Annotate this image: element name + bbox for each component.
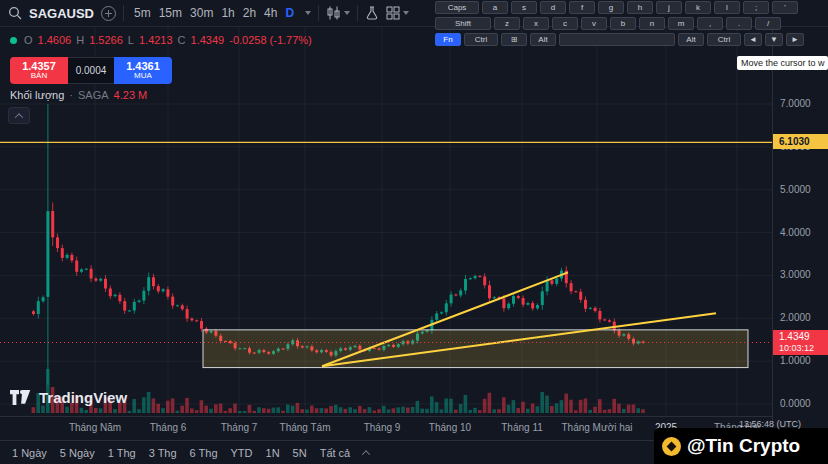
range-5n[interactable]: 5N bbox=[287, 445, 313, 461]
key-Alt: Alt bbox=[678, 33, 704, 46]
divider bbox=[318, 5, 319, 21]
channel-watermark: @Tin Crypto bbox=[654, 428, 828, 464]
key-.: . bbox=[726, 17, 752, 30]
trade-panel: 1.4357 BÁN 0.0004 1.4361 MUA bbox=[10, 57, 172, 84]
price-axis-label: 4.0000 bbox=[780, 227, 811, 238]
divider bbox=[357, 5, 358, 21]
key-m: m bbox=[668, 17, 694, 30]
key-n: n bbox=[639, 17, 665, 30]
range-1-thg[interactable]: 1 Thg bbox=[102, 445, 142, 461]
low-label: L bbox=[128, 34, 134, 46]
volume-label: Khối lượng bbox=[10, 89, 64, 101]
grid-icon bbox=[386, 6, 400, 20]
volume-value: 4.23 M bbox=[114, 89, 148, 101]
tradingview-app: SAGAUSD 5m15m30m1h2h4hD bbox=[0, 0, 828, 464]
bar-countdown: 10:03:12 bbox=[779, 343, 828, 354]
time-axis-label: Tháng 10 bbox=[429, 422, 471, 433]
beaker-icon bbox=[365, 6, 379, 20]
chevron-up-icon[interactable] bbox=[362, 450, 370, 458]
indicators-button[interactable] bbox=[365, 6, 379, 20]
low-value: 1.4213 bbox=[139, 34, 173, 46]
key-z: z bbox=[494, 17, 520, 30]
timeframe-active[interactable]: D bbox=[282, 5, 297, 21]
add-symbol-icon[interactable] bbox=[101, 6, 116, 21]
high-value: 1.5266 bbox=[89, 34, 123, 46]
timeframe-1h[interactable]: 1h bbox=[218, 5, 237, 21]
key-j: j bbox=[656, 1, 682, 14]
key-l: l bbox=[714, 1, 740, 14]
timeframe-4h[interactable]: 4h bbox=[261, 5, 280, 21]
key-x: x bbox=[523, 17, 549, 30]
timeframe-2h[interactable]: 2h bbox=[240, 5, 259, 21]
timeframe-30m[interactable]: 30m bbox=[187, 5, 216, 21]
chevron-down-icon[interactable] bbox=[305, 11, 311, 15]
key-b: b bbox=[610, 17, 636, 30]
range-1-ngày[interactable]: 1 Ngày bbox=[6, 445, 53, 461]
cursor-tooltip: Move the cursor to w bbox=[737, 56, 828, 70]
open-value: 1.4606 bbox=[38, 34, 72, 46]
key-f: f bbox=[569, 1, 595, 14]
key-;: ; bbox=[743, 1, 769, 14]
close-label: C bbox=[178, 34, 186, 46]
time-axis-label: Tháng 6 bbox=[150, 422, 187, 433]
high-label: H bbox=[76, 34, 84, 46]
buy-label: MUA bbox=[134, 72, 152, 81]
timeframe-list: 5m15m30m1h2h4hD bbox=[131, 5, 297, 21]
virtual-keyboard-overlay: Capsasdfghjkl;'Shiftzxcvbnm,./FnCtrl⊞Alt… bbox=[435, 1, 828, 51]
timeframe-5m[interactable]: 5m bbox=[131, 5, 154, 21]
key-►: ► bbox=[786, 33, 804, 46]
symbol-status-dot bbox=[10, 37, 17, 44]
search-icon[interactable] bbox=[8, 6, 22, 20]
price-axis[interactable]: 7.00006.00005.00004.00003.00002.00001.00… bbox=[772, 27, 828, 440]
sell-button[interactable]: 1.4357 BÁN bbox=[10, 57, 68, 84]
symbol-name[interactable]: SAGAUSD bbox=[29, 6, 94, 21]
range-ytd[interactable]: YTD bbox=[225, 445, 259, 461]
range-tất-cả[interactable]: Tất cả bbox=[314, 445, 357, 461]
timeframe-15m[interactable]: 15m bbox=[156, 5, 185, 21]
key-Fn: Fn bbox=[435, 33, 461, 46]
sell-label: BÁN bbox=[31, 72, 47, 81]
spread-value: 0.0004 bbox=[68, 57, 114, 84]
range-1n[interactable]: 1N bbox=[260, 445, 286, 461]
divider bbox=[123, 5, 124, 21]
range-items: 1 Ngày5 Ngày1 Thg3 Thg6 ThgYTD1N5NTất cả bbox=[6, 445, 356, 461]
channel-name: @Tin Crypto bbox=[687, 435, 800, 457]
price-axis-label: 3.0000 bbox=[780, 269, 811, 280]
key-c: c bbox=[552, 17, 578, 30]
range-3-thg[interactable]: 3 Thg bbox=[143, 445, 183, 461]
time-axis-label: Tháng 9 bbox=[364, 422, 401, 433]
key-v: v bbox=[581, 17, 607, 30]
price-axis-label: 0.0000 bbox=[780, 398, 811, 409]
volume-separator: · bbox=[69, 89, 73, 101]
change-value: -0.0258 (-1.77%) bbox=[229, 34, 312, 46]
chevron-down-icon bbox=[403, 11, 409, 15]
key-Alt: Alt bbox=[530, 33, 556, 46]
range-5-ngày[interactable]: 5 Ngày bbox=[54, 445, 101, 461]
price-axis-label: 2.0000 bbox=[780, 312, 811, 323]
price-axis-label: 7.0000 bbox=[780, 98, 811, 109]
layout-grid-button[interactable] bbox=[386, 6, 409, 20]
time-axis-label: Tháng 7 bbox=[221, 422, 258, 433]
rectangle-zone-drawing bbox=[203, 330, 748, 368]
key-d: d bbox=[540, 1, 566, 14]
key-': ' bbox=[772, 1, 798, 14]
chart-style-button[interactable] bbox=[326, 6, 350, 20]
current-price-value: 1.4349 bbox=[779, 331, 828, 344]
open-label: O bbox=[24, 34, 33, 46]
clock-utc[interactable]: 13:56:48 (UTC) bbox=[739, 419, 801, 429]
price-axis-label: 5.0000 bbox=[780, 184, 811, 195]
time-axis-label: Tháng Tám bbox=[280, 422, 331, 433]
legend-collapse-button[interactable] bbox=[8, 107, 30, 124]
tradingview-logo[interactable]: TradingView bbox=[10, 389, 127, 406]
range-6-thg[interactable]: 6 Thg bbox=[184, 445, 224, 461]
key-Caps: Caps bbox=[435, 1, 479, 14]
buy-button[interactable]: 1.4361 MUA bbox=[114, 57, 172, 84]
key-/: / bbox=[755, 17, 781, 30]
close-value: 1.4349 bbox=[191, 34, 225, 46]
tradingview-mark-icon bbox=[10, 390, 32, 405]
tradingview-logo-text: TradingView bbox=[39, 389, 127, 406]
key-Shift: Shift bbox=[435, 17, 491, 30]
key-◄: ◄ bbox=[744, 33, 762, 46]
price-axis-label: 1.0000 bbox=[780, 355, 811, 366]
key-h: h bbox=[627, 1, 653, 14]
